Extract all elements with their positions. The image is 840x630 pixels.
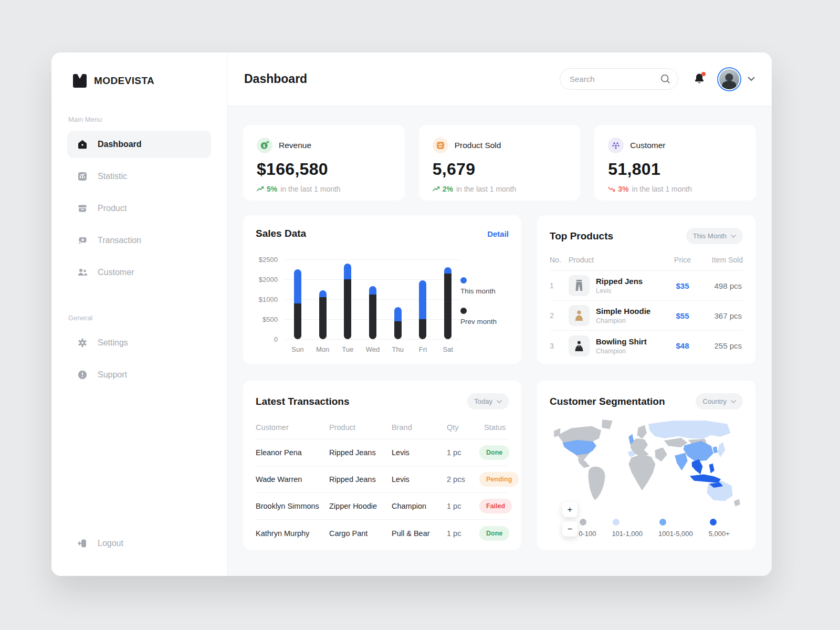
map-zoom-controls: + − <box>562 502 578 537</box>
sidebar-section-general: General <box>68 314 211 322</box>
people-icon <box>77 267 88 278</box>
notification-bell-button[interactable] <box>693 72 706 86</box>
product-name: Simple Hoodie <box>596 307 650 316</box>
card-icon <box>77 235 88 246</box>
status-badge: Done <box>479 526 509 541</box>
avatar-photo <box>719 69 739 89</box>
top-product-row: 3 Bowling Shirt Champion $48 255 pcs <box>550 331 743 361</box>
bar-sat <box>435 259 460 339</box>
customer-segmentation-title: Customer Segmentation <box>550 396 665 407</box>
legend-bucket-4: 5,000+ <box>709 519 730 538</box>
sales-detail-link[interactable]: Detail <box>487 229 509 238</box>
coin-icon: $ <box>257 138 272 153</box>
zoom-in-button[interactable]: + <box>562 502 578 517</box>
page-title: Dashboard <box>244 72 307 86</box>
gear-icon <box>77 337 88 349</box>
customer-segmentation-panel: Customer Segmentation Country <box>537 381 755 550</box>
segmentation-filter-dropdown[interactable]: Country <box>696 393 743 410</box>
transaction-row: Wade Warren Ripped Jeans Levis 2 pcs Pen… <box>256 466 509 493</box>
stat-label: Product Sold <box>455 141 501 150</box>
logout-icon <box>77 538 88 549</box>
stat-label: Revenue <box>279 141 311 150</box>
status-badge: Pending <box>479 472 519 487</box>
notification-badge <box>701 72 706 76</box>
main-area: Dashboard <box>227 52 772 576</box>
x-tick-label: Tue <box>335 345 360 353</box>
hoodie-thumbnail <box>569 305 590 326</box>
product-brand: Champion <box>596 348 647 355</box>
sidebar-item-transaction[interactable]: Transaction <box>67 227 211 254</box>
bar-wed <box>360 259 385 339</box>
user-avatar[interactable] <box>717 67 741 91</box>
sidebar-item-dashboard[interactable]: Dashboard <box>67 131 211 158</box>
transactions-header: Customer Product Brand Qty Status <box>256 423 509 439</box>
chevron-down-icon <box>731 400 736 403</box>
legend-prev-month: Prev month <box>460 308 509 326</box>
sales-data-title: Sales Data <box>256 228 306 239</box>
sidebar-item-label: Customer <box>98 268 134 277</box>
sidebar-item-label: Statistic <box>98 172 127 181</box>
chevron-down-icon <box>497 400 502 403</box>
brand-logo: MODEVISTA <box>67 74 211 88</box>
top-products-filter-dropdown[interactable]: This Month <box>686 228 743 244</box>
bar-tue <box>335 259 360 339</box>
brand-name: MODEVISTA <box>94 75 154 87</box>
revenue-stat-card: $ Revenue $166,580 5% in the last 1 mont… <box>243 125 405 201</box>
x-tick-label: Sun <box>285 345 310 353</box>
logout-button[interactable]: Logout <box>67 530 211 557</box>
chevron-down-icon[interactable] <box>748 77 755 81</box>
sidebar-item-statistic[interactable]: Statistic <box>67 163 211 190</box>
x-tick-label: Sat <box>435 345 460 353</box>
sidebar-item-settings[interactable]: Settings <box>67 329 211 356</box>
sales-bar-chart: $2500 $2000 $1000 $500 0 SunMonTueWedThu <box>256 259 509 353</box>
modevista-logo-icon <box>72 74 88 88</box>
trend-up-icon <box>257 186 264 192</box>
logout-row: Logout <box>67 530 211 557</box>
transaction-row: Brooklyn Simmons Zipper Hoodie Champion … <box>256 493 509 520</box>
stat-delta: 2% in the last 1 month <box>433 185 567 193</box>
search-icon[interactable] <box>660 74 671 85</box>
sidebar-item-customer[interactable]: Customer <box>67 259 211 286</box>
sidebar-item-label: Support <box>98 370 127 380</box>
top-product-row: 1 Ripped Jens Levis $35 498 pcs <box>550 271 743 301</box>
stat-value: 5,679 <box>433 160 567 179</box>
sidebar-item-support[interactable]: Support <box>67 361 211 388</box>
stat-delta: 5% in the last 1 month <box>257 185 391 193</box>
transaction-row: Eleanor Pena Ripped Jeans Levis 1 pc Don… <box>256 439 509 466</box>
latest-transactions-title: Latest Transactions <box>256 396 349 407</box>
trend-down-icon <box>608 186 615 192</box>
sales-data-panel: Sales Data Detail $2500 $2000 $1000 $500… <box>243 215 521 364</box>
sidebar-item-product[interactable]: Product <box>67 195 211 222</box>
legend-this-month: This month <box>460 277 509 295</box>
product-brand: Champion <box>596 317 650 324</box>
legend-bucket-2: 101-1,000 <box>612 519 643 538</box>
transactions-filter-dropdown[interactable]: Today <box>467 393 509 410</box>
status-badge: Failed <box>479 499 512 513</box>
legend-bucket-1: 0-100 <box>579 519 596 538</box>
transaction-row: Kathryn Murphy Cargo Pant Pull & Bear 1 … <box>256 520 509 547</box>
sidebar-item-label: Dashboard <box>98 140 142 149</box>
product-name: Ripped Jens <box>596 277 643 286</box>
top-product-row: 2 Simple Hoodie Champion $55 367 pcs <box>550 301 743 331</box>
chart-icon <box>77 171 88 182</box>
bar-sun <box>285 259 310 339</box>
map-legend: 0-100 101-1,000 1001-5,000 5,000+ <box>550 517 743 539</box>
chevron-down-icon <box>731 235 736 238</box>
app-window: MODEVISTA Main Menu Dashboard Statistic … <box>51 52 772 576</box>
x-tick-label: Fri <box>411 345 436 353</box>
chart-bars <box>285 259 460 339</box>
world-map[interactable]: + − <box>550 415 743 517</box>
top-products-header: No. Product Price Item Sold <box>550 256 743 271</box>
x-tick-label: Wed <box>360 345 385 353</box>
chart-y-axis: $2500 $2000 $1000 $500 0 <box>256 259 285 339</box>
sidebar-item-label: Product <box>98 204 127 213</box>
chart-plot-area <box>285 259 460 339</box>
product-sold-stat-card: Product Sold 5,679 2% in the last 1 mont… <box>419 125 581 201</box>
map-high-countries <box>690 459 723 488</box>
top-products-panel: Top Products This Month No. Product Pric… <box>537 215 755 364</box>
x-tick-label: Mon <box>310 345 335 353</box>
stat-label: Customer <box>630 141 665 150</box>
zoom-out-button[interactable]: − <box>562 521 578 537</box>
sidebar-item-label: Settings <box>98 338 128 348</box>
chart-legend: This month Prev month <box>460 259 509 353</box>
